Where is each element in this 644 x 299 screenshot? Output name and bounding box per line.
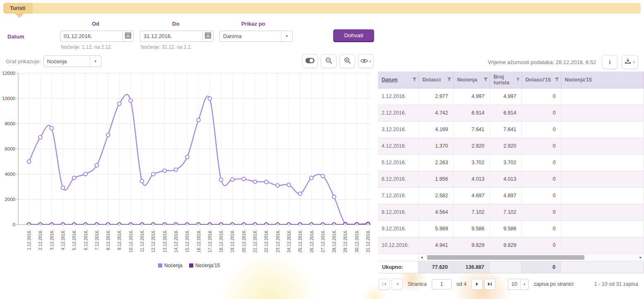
table-row[interactable]: 9.12.2016.5.9899.5869.5860 <box>378 220 644 237</box>
svg-text:31.12.2016.: 31.12.2016. <box>365 230 370 252</box>
table-row[interactable]: 2.12.2016.4.7426.9146.9140 <box>378 105 644 121</box>
od-label: Od <box>92 21 99 27</box>
page-number-input[interactable] <box>432 279 452 289</box>
visibility-menu-button[interactable]: ∨ <box>358 54 374 68</box>
totals-nocenja15 <box>561 261 644 273</box>
table-row[interactable]: 5.12.2016.2.2633.7023.7020 <box>378 154 644 171</box>
date-to-calendar-button[interactable] <box>202 31 214 42</box>
dohvati-button[interactable]: Dohvati <box>333 29 374 42</box>
svg-text:29.12.2016.: 29.12.2016. <box>343 230 348 252</box>
datum-label: Datum <box>7 33 24 40</box>
graf-prikazuje-select[interactable]: Noćenja ▼ <box>43 55 101 67</box>
prikaz-po-select[interactable]: Danima ▼ <box>219 31 293 42</box>
column-header[interactable]: Noćenja'15 <box>561 72 644 88</box>
dropdown-arrow-icon: ▼ <box>90 56 101 67</box>
zoom-in-icon <box>344 57 351 66</box>
chart-panel: Graf prikazuje: Noćenja ▼ <box>0 53 378 290</box>
next-page-icon <box>476 282 479 286</box>
svg-text:13.12.2016.: 13.12.2016. <box>162 230 167 252</box>
stranica-label: Stranica <box>408 281 427 287</box>
toggle-series-button[interactable] <box>302 54 318 68</box>
table-panel: Vrijeme ažurnosti podataka: 28.12.2016. … <box>378 53 644 290</box>
table-row[interactable]: 6.12.2016.1.9564.0134.0130 <box>378 171 644 187</box>
line-chart: 0200040006000800010000120001.12.2016.2.1… <box>0 70 375 260</box>
first-page-icon <box>382 282 387 286</box>
column-header[interactable]: Datum <box>378 72 418 88</box>
tab-turisti[interactable]: Turisti <box>3 3 33 14</box>
column-filter-icon[interactable] <box>516 77 520 82</box>
do-label: Do <box>172 21 179 27</box>
prikaz-po-label: Prikaz po <box>241 21 265 27</box>
zoom-in-button[interactable] <box>339 54 355 68</box>
tab-bar: Turisti <box>3 3 641 14</box>
records-range-label: 1 - 10 od 31 zapisa <box>594 281 638 287</box>
info-button[interactable]: i <box>602 55 618 69</box>
svg-text:2000: 2000 <box>5 197 15 202</box>
svg-text:10000: 10000 <box>2 96 15 101</box>
svg-text:6000: 6000 <box>5 146 15 151</box>
table-row[interactable]: 10.12.2016.4.9419.8299.8290 <box>378 237 644 254</box>
page-size-label: zapisa po stranici <box>533 281 574 287</box>
column-header[interactable]: Noćenja <box>453 72 490 88</box>
svg-text:21.12.2016.: 21.12.2016. <box>252 230 257 252</box>
next-page-button[interactable] <box>471 279 483 290</box>
date-from-calendar-button[interactable] <box>123 31 134 42</box>
column-header[interactable]: Broj turista <box>490 72 521 88</box>
export-button[interactable]: ∨ <box>622 55 638 69</box>
table-row[interactable]: 7.12.2016.2.5824.6974.6970 <box>378 187 644 204</box>
column-filter-icon[interactable] <box>447 77 452 82</box>
svg-text:22.12.2016.: 22.12.2016. <box>264 230 269 252</box>
svg-text:4000: 4000 <box>5 172 15 177</box>
info-icon: i <box>609 59 610 66</box>
totals-broj-turista <box>490 261 521 273</box>
svg-text:28.12.2016.: 28.12.2016. <box>332 230 336 252</box>
calendar-icon <box>125 32 131 40</box>
date-from-input[interactable]: 01.12.2016. <box>60 31 123 42</box>
last-page-button[interactable] <box>484 279 495 290</box>
svg-text:14.12.2016.: 14.12.2016. <box>173 230 178 252</box>
legend-label: Noćenja'15 <box>195 263 220 268</box>
zoom-out-button[interactable] <box>321 54 336 68</box>
svg-text:10.12.2016.: 10.12.2016. <box>128 230 133 252</box>
totals-nocenja: 136.887 <box>453 261 490 273</box>
totals-dolasci15: 0 <box>521 261 561 273</box>
totals-dolasci: 77.620 <box>418 261 453 273</box>
table-row[interactable]: 4.12.2016.1.3702.9202.9200 <box>378 138 644 154</box>
legend-item-nocenja15[interactable]: Noćenja'15 <box>189 263 220 268</box>
column-header[interactable]: Dolasci <box>418 72 453 88</box>
first-page-button[interactable] <box>379 279 390 290</box>
svg-text:3.12.2016.: 3.12.2016. <box>49 230 54 250</box>
last-page-icon <box>488 282 492 286</box>
graf-prikazuje-label: Graf prikazuje: <box>6 58 41 65</box>
scroll-left-arrow[interactable]: ◄ <box>418 256 425 259</box>
legend-swatch-dark <box>189 263 193 268</box>
horizontal-scrollbar[interactable]: ◄ ► <box>378 254 644 261</box>
toggle-icon <box>305 57 315 65</box>
page-size-select[interactable]: 10 ▼ <box>508 279 529 290</box>
scroll-right-arrow[interactable]: ► <box>637 256 644 259</box>
legend-item-nocenja[interactable]: Noćenja <box>158 263 183 268</box>
svg-text:1.12.2016.: 1.12.2016. <box>26 230 31 250</box>
table-row[interactable]: 1.12.2016.2.9774.9974.9970 <box>378 88 644 105</box>
scrollbar-thumb[interactable] <box>427 255 584 260</box>
date-to-hint: Noćenje: 31.12. na 1.1. <box>141 44 192 50</box>
table-header: DatumDolasciNoćenjaBroj turistaDolasci'1… <box>378 72 644 88</box>
svg-text:8.12.2016.: 8.12.2016. <box>106 230 111 250</box>
column-filter-icon[interactable] <box>412 77 417 82</box>
pagination-bar: Stranica od 4 10 ▼ zapisa po stranici 1 … <box>378 279 644 290</box>
table-row[interactable]: 8.12.2016.4.5647.1027.1020 <box>378 204 644 220</box>
legend-swatch-light <box>158 263 162 268</box>
svg-text:26.12.2016.: 26.12.2016. <box>309 230 314 252</box>
graf-prikazuje-value: Noćenja <box>44 56 90 67</box>
table-row[interactable]: 3.12.2016.4.1697.6417.6410 <box>378 121 644 138</box>
date-to-input[interactable]: 31.12.2016. <box>140 31 202 42</box>
prikaz-po-value: Danima <box>220 31 281 41</box>
previous-page-button[interactable] <box>392 279 403 290</box>
column-header[interactable]: Dolasci'15 <box>521 72 561 88</box>
svg-text:4.12.2016.: 4.12.2016. <box>60 230 65 250</box>
svg-text:8000: 8000 <box>5 121 15 126</box>
svg-text:17.12.2016.: 17.12.2016. <box>207 230 212 252</box>
column-filter-icon[interactable] <box>555 77 559 82</box>
column-filter-icon[interactable] <box>483 77 488 82</box>
svg-text:11.12.2016.: 11.12.2016. <box>139 230 144 252</box>
